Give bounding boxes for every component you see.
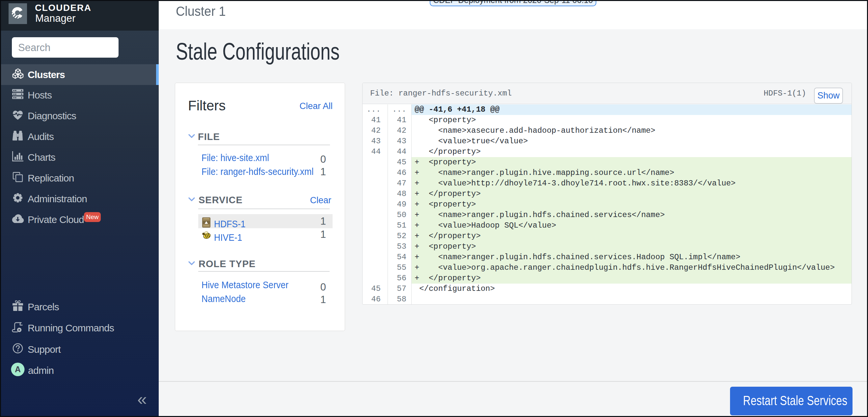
svg-text:A: A xyxy=(15,365,21,374)
